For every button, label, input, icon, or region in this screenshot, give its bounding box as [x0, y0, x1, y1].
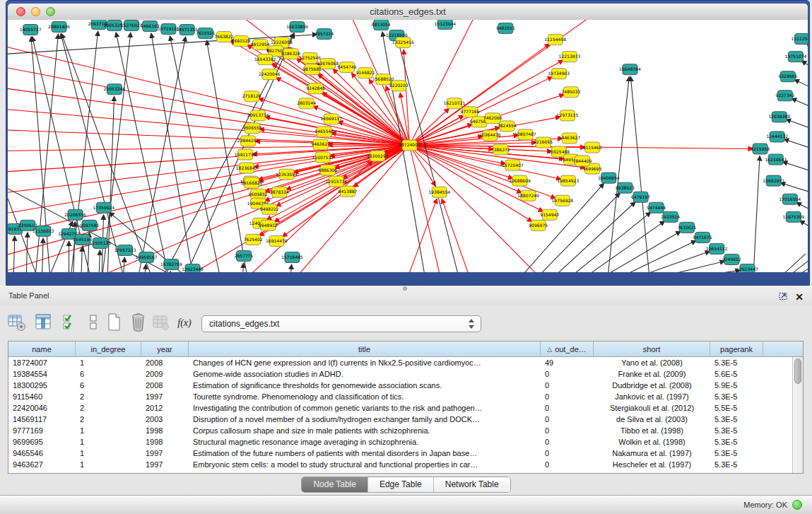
graph-node[interactable]: 23676068	[317, 59, 339, 69]
graph-node[interactable]: 14055717	[20, 25, 42, 35]
column-visibility-button[interactable]	[33, 313, 54, 334]
graph-node[interactable]: 9466163	[141, 21, 160, 32]
graph-node[interactable]: 9096975	[529, 220, 548, 230]
graph-node[interactable]: 11112541	[792, 34, 808, 45]
graph-node[interactable]: 12213973	[559, 52, 581, 62]
graph-node[interactable]: 9886306	[318, 165, 337, 175]
graph-node[interactable]: 9506558	[243, 123, 262, 134]
graph-node[interactable]: 7386372	[491, 144, 510, 155]
graph-node[interactable]: 9474444	[647, 202, 666, 213]
table-row[interactable]: 1938455462009Genome-wide association stu…	[8, 368, 792, 380]
graph-node[interactable]: 6216065	[534, 137, 553, 148]
graph-node[interactable]: 7485033	[562, 87, 581, 98]
graph-node[interactable]: 10688609	[509, 175, 531, 186]
graph-node[interactable]: 9777169	[461, 107, 480, 117]
table-row[interactable]: 2242004622012Investigating the contribut…	[8, 402, 792, 414]
graph-node[interactable]: 19958167	[136, 252, 158, 262]
graph-node[interactable]: 8878334	[270, 187, 289, 197]
graph-node[interactable]: 18807249	[517, 190, 539, 201]
graph-node[interactable]: 9482551	[496, 23, 515, 34]
tab-node-table[interactable]: Node Table	[302, 477, 368, 492]
graph-node[interactable]: 9097585	[80, 220, 99, 230]
graph-node[interactable]: 9948912	[259, 220, 278, 230]
graph-node[interactable]: 11154408	[544, 35, 566, 45]
column-header-out_de[interactable]: △out_de…	[541, 341, 594, 356]
graph-node[interactable]: 12923448	[182, 264, 204, 272]
graph-node[interactable]: 9465546	[314, 127, 334, 137]
table-row[interactable]: 946362711997Embryonic stem cells: a mode…	[8, 459, 792, 470]
delete-column-button[interactable]	[127, 313, 148, 334]
table-row[interactable]: 969969511998Structural magnetic resonanc…	[8, 436, 792, 448]
graph-node[interactable]: 12039388	[768, 112, 790, 122]
graph-node[interactable]: 17957223	[114, 245, 136, 255]
graph-node[interactable]: 2657771	[235, 250, 254, 261]
graph-node[interactable]: 19384554	[428, 187, 450, 197]
tab-network-table[interactable]: Network Table	[434, 477, 510, 492]
graph-node[interactable]: 9329966	[778, 71, 797, 82]
graph-node[interactable]: 8938923	[616, 182, 635, 193]
graph-node[interactable]: 15276027	[121, 21, 143, 31]
graph-node[interactable]: 9498222	[260, 204, 279, 214]
graph-node[interactable]: 16914479	[266, 235, 288, 246]
graph-node[interactable]: 11156813	[33, 226, 54, 236]
graph-node[interactable]: 8454749	[338, 62, 357, 73]
row-split-button[interactable]	[82, 313, 103, 334]
graph-node[interactable]: 16782759	[160, 259, 182, 269]
table-row[interactable]: 911546021997Tourette syndrome. Phenomeno…	[8, 391, 792, 402]
graph-node[interactable]: 15751074	[785, 52, 807, 62]
graph-node[interactable]: 7615526	[196, 28, 215, 39]
graph-node[interactable]: 12505135	[89, 238, 111, 248]
panel-drag-handle[interactable]	[403, 286, 407, 291]
graph-node[interactable]: 8220203	[389, 81, 408, 91]
vertical-scrollbar[interactable]	[792, 357, 803, 473]
graph-node[interactable]: 6479197	[631, 192, 650, 202]
graph-node[interactable]: 12353594	[276, 169, 298, 180]
column-header-name[interactable]: name	[8, 341, 76, 356]
graph-node[interactable]: 19734903	[548, 69, 570, 79]
graph-node[interactable]: 8471676	[693, 232, 712, 243]
graph-node[interactable]: 12973115	[557, 110, 579, 121]
graph-node[interactable]: 7663822	[214, 32, 233, 42]
graph-node[interactable]: 2933514	[661, 211, 680, 222]
graph-node[interactable]: 12923447	[736, 264, 758, 272]
graph-node[interactable]: 9154943	[540, 209, 559, 220]
graph-node[interactable]: 2718126	[242, 91, 261, 102]
graph-node[interactable]: 10807487	[514, 129, 536, 140]
graph-node[interactable]: 12444132	[766, 132, 788, 142]
graph-node[interactable]: 9227342	[775, 90, 794, 101]
graph-node[interactable]: 9463627	[311, 139, 330, 150]
float-panel-icon[interactable]	[779, 291, 788, 303]
close-panel-icon[interactable]: ✕	[795, 292, 804, 302]
graph-node[interactable]: 2803144	[297, 98, 316, 109]
graph-node[interactable]: 3824554	[498, 121, 517, 132]
graph-node[interactable]: 3215958	[751, 144, 770, 154]
network-window-titlebar[interactable]: citations_edges.txt	[8, 4, 808, 21]
function-builder-button[interactable]: f(x)	[174, 313, 195, 334]
graph-node[interactable]: 16210643	[765, 154, 787, 165]
graph-node[interactable]: 11675309	[783, 211, 805, 222]
table-row[interactable]: 1830029562008Estimation of significance …	[8, 380, 792, 391]
graph-node[interactable]: 7857224	[314, 29, 334, 40]
graph-node[interactable]: 14671355	[176, 25, 198, 35]
graph-node[interactable]: 8186328	[281, 49, 300, 59]
graph-node[interactable]: 7625402	[244, 234, 263, 245]
graph-node[interactable]: 9115460	[583, 142, 602, 153]
graph-node[interactable]: 15716485	[281, 252, 303, 262]
graph-node[interactable]: 16543382	[254, 54, 276, 65]
delete-table-button[interactable]	[150, 313, 171, 334]
graph-node[interactable]: 7632621	[678, 222, 697, 233]
graph-node[interactable]: 8413887	[339, 186, 358, 197]
graph-node[interactable]: 18300295	[367, 151, 389, 161]
import-table-button[interactable]	[6, 313, 27, 334]
select-rows-button[interactable]	[59, 313, 81, 334]
graph-node[interactable]: 13325416	[392, 37, 414, 48]
graph-node[interactable]: 15123044	[434, 20, 456, 30]
network-canvas[interactable]: 1872400714055717208914062093719310653257…	[8, 20, 808, 272]
column-header-year[interactable]: year	[141, 341, 189, 356]
table-row[interactable]: 946554611997Estimation of the future num…	[8, 448, 792, 459]
graph-node[interactable]: 9245652	[722, 254, 741, 264]
graph-node[interactable]: 9242845	[306, 83, 325, 94]
graph-node[interactable]: 8813054	[372, 20, 391, 30]
graph-node[interactable]: 16033809	[286, 22, 308, 33]
graph-node[interactable]: 20206556	[64, 209, 86, 220]
